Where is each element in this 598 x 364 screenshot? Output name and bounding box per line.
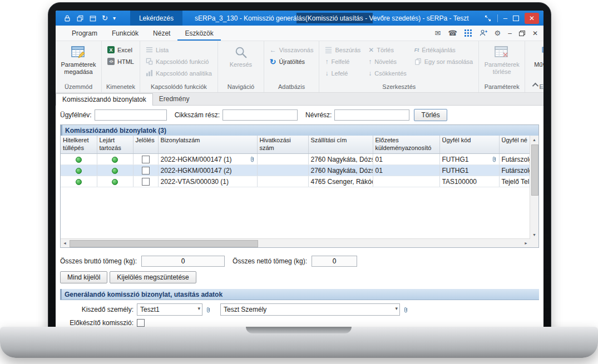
- column-header[interactable]: Hitelkeret túllépés: [61, 136, 97, 154]
- refresh-icon[interactable]: ↻: [102, 14, 108, 22]
- ujratoltes-button[interactable]: ↻ Újratöltés: [267, 56, 317, 67]
- parameter-grid-icon: [71, 45, 86, 59]
- cascade-windows-icon[interactable]: [76, 14, 84, 22]
- row-select-checkbox[interactable]: [142, 167, 150, 174]
- menu-eszkozok[interactable]: Eszközök: [177, 26, 220, 41]
- credit-status-icon: [76, 168, 82, 174]
- scroll-down-arrow[interactable]: ▼: [530, 231, 538, 239]
- column-header[interactable]: Előzetes küldeményazonosító: [373, 136, 439, 154]
- selection-buttons: Mind kijelöl Kijelölés megszüntetése: [60, 271, 539, 283]
- table-row[interactable]: 2022-HGKM/000147 (1)2760 Nagykáta, Dózsa…: [61, 154, 530, 165]
- picker-person-row: Kiszedő személy: Teszt1 ▾ Teszt Személy …: [56, 303, 543, 316]
- select-all-button[interactable]: Mind kijelöl: [60, 271, 107, 283]
- row-select-checkbox[interactable]: [142, 156, 150, 163]
- app-minimize-icon[interactable]: –: [508, 30, 512, 37]
- clear-selection-button[interactable]: Kijelölés megszüntetése: [110, 271, 196, 283]
- cell-hivatkozasi-szam: [257, 165, 308, 176]
- horizontal-scrollbar[interactable]: ◄ ►: [61, 238, 530, 247]
- cell-ugyfel-nev: Tejelő Tel: [499, 176, 530, 187]
- cell-elozetes-kuldemeny: 01: [373, 154, 439, 165]
- scroll-right-arrow[interactable]: ►: [522, 239, 530, 247]
- move-down-icon: ↓: [325, 70, 328, 77]
- customer-name-input[interactable]: [95, 109, 167, 121]
- tab-komissziozando-bizonylatok[interactable]: Komissziózandó bizonylatok: [56, 93, 153, 106]
- query-tab[interactable]: Lekérdezés: [130, 11, 182, 26]
- undo-arrow-icon: ←: [270, 47, 276, 53]
- cell-bizonylatszam: 2022-HGKM/000147 (2): [158, 165, 257, 176]
- cell-ugyfel-nev: Futárszolg: [499, 154, 530, 165]
- vertical-scroll-thumb[interactable]: [531, 144, 538, 196]
- list-icon: [146, 46, 153, 53]
- column-header[interactable]: Ügyfél né: [499, 136, 530, 154]
- tab-eredmeny[interactable]: Eredmény: [153, 93, 196, 105]
- ribbon-group-navigacio: Keresés Navigáció: [218, 41, 264, 92]
- cell-elozetes-kuldemeny: [373, 176, 439, 187]
- html-button[interactable]: <> HTML: [105, 56, 137, 67]
- table-row[interactable]: 2022-HGKM/000147 (2)2760 Nagykáta, Dózsa…: [61, 165, 530, 176]
- parameter-delete-icon: [494, 45, 510, 59]
- lock-icon[interactable]: [63, 14, 71, 22]
- reload-icon: ↻: [270, 58, 276, 66]
- picker-person-name-combo[interactable]: Teszt Személy ▾: [220, 303, 400, 316]
- item-number-input[interactable]: [223, 109, 298, 121]
- app-grid-icon[interactable]: [464, 29, 472, 37]
- menu-funkciok[interactable]: Funkciók: [105, 26, 146, 41]
- move-up-icon: ↑: [325, 58, 328, 65]
- column-header[interactable]: Bizonylatszám: [158, 136, 257, 154]
- grid-section-header: Komissziózandó bizonylatok (3): [61, 125, 538, 136]
- kapcsolodo-funkcio-button: Kapcsolódó funkció: [143, 56, 215, 67]
- column-header[interactable]: Hivatkozási szám: [257, 136, 308, 154]
- lefele-button: ↓ Lefelé: [322, 68, 363, 78]
- search-icon: [234, 45, 248, 59]
- lista-button: Lista: [143, 44, 215, 55]
- cell-bizonylatszam: 2022-HGKM/000147 (1): [158, 154, 257, 165]
- section-handle: [61, 125, 62, 136]
- muveletek-button[interactable]: Műveletek: [528, 43, 543, 68]
- excel-button[interactable]: X Excel: [105, 44, 137, 55]
- credit-status-icon: [76, 179, 82, 185]
- menu-program[interactable]: Program: [65, 26, 105, 41]
- documents-table: Hitelkeret túllépésLejárt tartozásJelölé…: [61, 136, 530, 187]
- scroll-up-arrow[interactable]: ▲: [530, 136, 538, 144]
- expand-icon[interactable]: [484, 14, 492, 22]
- section-handle: [60, 289, 62, 300]
- attachment-icon[interactable]: [204, 306, 212, 313]
- column-header[interactable]: Lejárt tartozás: [97, 136, 133, 154]
- delete-icon: ✕: [368, 47, 374, 53]
- vertical-scrollbar[interactable]: ▲ ▼: [530, 136, 538, 239]
- collapse-ribbon-icon[interactable]: [530, 81, 539, 89]
- mail-icon[interactable]: ✉: [434, 29, 441, 37]
- cell-ugyfel-kod: FUTHG1: [439, 154, 499, 165]
- table-row[interactable]: 2022-VTAS/000030 (1)4765 Csenger, Rákócz…: [61, 176, 530, 187]
- clear-filters-button[interactable]: Törlés: [414, 109, 447, 121]
- parameterek-megadasa-button[interactable]: Paraméterek megadása: [58, 43, 98, 75]
- horizontal-scroll-thumb[interactable]: [70, 240, 258, 247]
- maximize-button[interactable]: [513, 16, 519, 21]
- app-close-icon[interactable]: ✕: [532, 30, 538, 37]
- minimize-button[interactable]: –: [503, 14, 507, 22]
- name-part-input[interactable]: [334, 109, 409, 121]
- column-header[interactable]: Szállítási cím: [308, 136, 373, 154]
- column-header[interactable]: Jelölés: [133, 136, 158, 154]
- picker-person-label: Kiszedő személy:: [56, 306, 134, 313]
- menubar: Program Funkciók Nézet Eszközök ✉ ☎ ⚙ – …: [56, 26, 543, 41]
- caret-down-icon[interactable]: ▾: [113, 16, 116, 21]
- new-window-icon[interactable]: [89, 14, 97, 22]
- ertekajanlas-button: Ft Értékajánlás: [412, 44, 476, 55]
- credit-status-icon: [76, 157, 82, 163]
- cell-ugyfel-kod: TAS100000: [439, 176, 499, 187]
- menu-nezet[interactable]: Nézet: [146, 26, 177, 41]
- user-add-icon[interactable]: [479, 29, 487, 37]
- scroll-left-arrow[interactable]: ◄: [61, 239, 69, 247]
- column-header[interactable]: Ügyfél kód: [439, 136, 499, 154]
- picker-person-code-combo[interactable]: Teszt1 ▾: [137, 303, 202, 316]
- phone-icon[interactable]: ☎: [448, 29, 457, 37]
- attachment-icon[interactable]: [401, 306, 410, 313]
- prep-commission-checkbox[interactable]: [137, 319, 145, 327]
- app-restore-icon[interactable]: [519, 31, 525, 36]
- close-button[interactable]: ✕: [525, 13, 539, 24]
- row-select-checkbox[interactable]: [142, 178, 150, 186]
- insert-row-icon: [325, 46, 332, 53]
- net-weight-value: [312, 256, 357, 267]
- gear-icon[interactable]: ⚙: [495, 29, 501, 37]
